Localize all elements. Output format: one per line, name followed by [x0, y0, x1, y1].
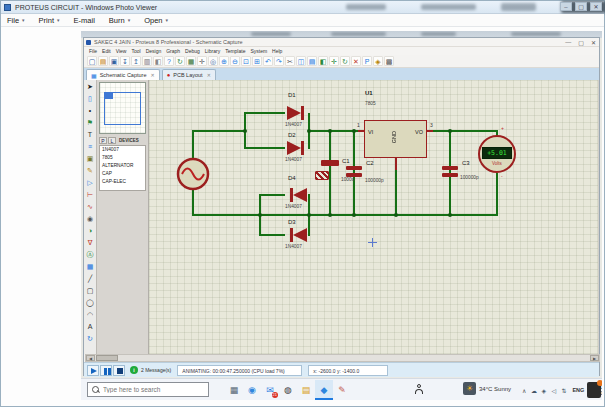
zoom-area[interactable]: ⊡: [241, 56, 251, 66]
onedrive-icon[interactable]: ☁: [529, 387, 538, 394]
2d-text-mode[interactable]: A: [85, 321, 96, 333]
capacitor-c1-symbol[interactable]: [321, 160, 339, 166]
scrollbar-thumb[interactable]: [96, 355, 118, 361]
rotate-object[interactable]: ↻: [85, 333, 96, 345]
tab-schematic-capture[interactable]: ▦ Schematic Capture ✕: [86, 69, 160, 80]
device-pin-mode[interactable]: ⊢: [85, 189, 96, 201]
save-design[interactable]: ▣: [109, 56, 119, 66]
diode-d4-symbol[interactable]: [285, 188, 309, 202]
proteus-menu-item[interactable]: Graph: [166, 48, 180, 54]
pause-button[interactable]: [100, 365, 112, 376]
generator-mode[interactable]: ◑: [85, 225, 96, 237]
close-icon[interactable]: ✕: [150, 72, 154, 78]
copy[interactable]: ◫: [296, 56, 306, 66]
scroll-right-arrow[interactable]: ▶: [590, 355, 599, 361]
voltage-probe-mode[interactable]: ∇: [85, 237, 96, 249]
proteus-menu-item[interactable]: File: [89, 48, 97, 54]
viewer-menu-item[interactable]: Open ▾: [144, 16, 168, 25]
redo[interactable]: ↷: [274, 56, 284, 66]
minimize-button[interactable]: –: [560, 2, 572, 11]
file-explorer-icon[interactable]: ▤: [297, 380, 315, 400]
hidden-icons-chevron[interactable]: ∧: [522, 387, 526, 394]
close-icon[interactable]: ✕: [207, 72, 211, 78]
2d-box-mode[interactable]: ▢: [85, 285, 96, 297]
component-mode[interactable]: ▯: [85, 93, 96, 105]
false-origin[interactable]: ✛: [197, 56, 207, 66]
maximize-button[interactable]: ▢: [575, 2, 587, 11]
play-button[interactable]: [87, 365, 99, 376]
notification-center-icon[interactable]: [587, 382, 601, 398]
cut[interactable]: ✂: [285, 56, 295, 66]
mail-icon[interactable]: ✉ 21: [261, 380, 279, 400]
instant-edit-mode[interactable]: ✎: [85, 165, 96, 177]
diode-d2-symbol[interactable]: [285, 141, 309, 155]
new-design[interactable]: ▢: [87, 56, 97, 66]
print-design[interactable]: ▥: [142, 56, 152, 66]
diode-d3-symbol[interactable]: [285, 228, 309, 242]
wire-label-mode[interactable]: ⚑: [85, 117, 96, 129]
edge-browser-icon[interactable]: ◉: [243, 380, 261, 400]
import-section[interactable]: ↧: [120, 56, 130, 66]
schematic-canvas[interactable]: D1 1N4007 D2 1N4007 D4 1N4007 D3: [149, 80, 598, 354]
proteus-menu-item[interactable]: Design: [146, 48, 162, 54]
paint-app-icon[interactable]: ✎: [333, 380, 351, 400]
make-device[interactable]: ◈: [373, 56, 383, 66]
library-button[interactable]: L: [108, 137, 116, 144]
text-script-mode[interactable]: T: [85, 129, 96, 141]
viewer-menu-item[interactable]: Print ▾: [39, 16, 60, 25]
virtual-instruments-mode[interactable]: ▦: [85, 261, 96, 273]
proteus-menu-item[interactable]: Debug: [185, 48, 200, 54]
undo[interactable]: ↶: [263, 56, 273, 66]
device-list-item[interactable]: ALTERNATOR: [100, 162, 145, 170]
paste[interactable]: ▤: [307, 56, 317, 66]
language-indicator[interactable]: ENG: [572, 387, 584, 393]
mark-output-area[interactable]: ◧: [153, 56, 163, 66]
open-design[interactable]: ▤: [98, 56, 108, 66]
tab-pcb-layout[interactable]: ● PCB Layout ✕: [162, 69, 216, 80]
stop-button[interactable]: [113, 365, 125, 376]
viewer-menu-item[interactable]: Burn ▾: [109, 16, 130, 25]
close-button[interactable]: ✕: [590, 2, 602, 11]
regulator-7805-symbol[interactable]: VI VO GND: [364, 120, 427, 158]
junction-dot-mode[interactable]: •: [85, 105, 96, 117]
taskbar-weather[interactable]: ☀ 34°C Sunny: [463, 382, 511, 395]
redraw[interactable]: ↻: [175, 56, 185, 66]
center-at-cursor[interactable]: ◎: [208, 56, 218, 66]
2d-circle-mode[interactable]: ◯: [85, 297, 96, 309]
capacitor-c3-symbol[interactable]: [442, 166, 458, 170]
close-button[interactable]: ✕: [591, 39, 596, 46]
graph-mode[interactable]: ∿: [85, 201, 96, 213]
ac-source-symbol[interactable]: [175, 156, 211, 192]
tape-recorder-mode[interactable]: ◉: [85, 213, 96, 225]
overview-window[interactable]: [99, 82, 146, 134]
intersheet-terminal-mode[interactable]: ▷: [85, 177, 96, 189]
photos-app-icon[interactable]: ◆: [315, 380, 333, 400]
device-list-item[interactable]: CAP-ELEC: [100, 178, 145, 186]
packaging-tool[interactable]: ▩: [384, 56, 394, 66]
toggle-grid[interactable]: ▦: [186, 56, 196, 66]
pick-device-button[interactable]: P: [99, 137, 107, 144]
block-copy[interactable]: ◧: [318, 56, 328, 66]
volume-icon[interactable]: ◁: [549, 387, 558, 394]
network-icon[interactable]: ⇅: [559, 387, 568, 394]
scroll-left-arrow[interactable]: ◀: [86, 355, 95, 361]
viewer-menu-item[interactable]: File ▾: [7, 16, 25, 25]
capacitor-c2-symbol[interactable]: [346, 166, 362, 170]
device-list-item[interactable]: CAP: [100, 170, 145, 178]
proteus-menu-item[interactable]: System: [250, 48, 267, 54]
block-rotate[interactable]: ↻: [340, 56, 350, 66]
viewer-menu-item[interactable]: E-mail: [74, 16, 95, 25]
proteus-menu-item[interactable]: Tool: [131, 48, 140, 54]
zoom-out[interactable]: ⊖: [230, 56, 240, 66]
block-delete[interactable]: ✕: [351, 56, 361, 66]
block-move[interactable]: ✛: [329, 56, 339, 66]
pick-parts[interactable]: P: [362, 56, 372, 66]
security-icon[interactable]: ◈: [539, 387, 548, 394]
user-icon[interactable]: [413, 383, 425, 397]
horizontal-scrollbar[interactable]: ◀ ▶: [85, 354, 600, 362]
device-list-item[interactable]: 7805: [100, 154, 145, 162]
proteus-menu-item[interactable]: Edit: [102, 48, 111, 54]
taskbar-search-box[interactable]: [87, 382, 209, 397]
maximize-button[interactable]: ▢: [578, 39, 584, 46]
selection-mode[interactable]: ➤: [85, 81, 96, 93]
